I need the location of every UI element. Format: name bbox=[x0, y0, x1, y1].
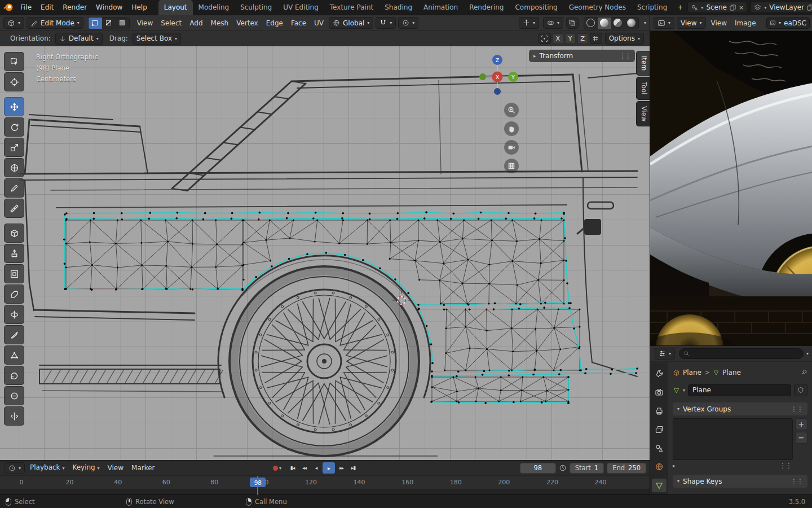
editor-type-button[interactable]: ▾ bbox=[3, 17, 24, 29]
prev-keyframe-button[interactable]: ◂◂ bbox=[299, 462, 310, 474]
menu-view[interactable]: View bbox=[133, 16, 157, 30]
menu-select[interactable]: Select bbox=[157, 16, 186, 30]
properties-search-input[interactable] bbox=[679, 348, 804, 359]
image-mode-selector[interactable]: View ▾ bbox=[677, 17, 706, 29]
axis-x-button[interactable]: X bbox=[553, 33, 563, 44]
viewport-3d[interactable]: Right Orthographic (98) Plane Centimeter… bbox=[0, 46, 650, 460]
auto-key-record-button[interactable] bbox=[273, 466, 278, 471]
tool-move-button[interactable] bbox=[4, 97, 24, 116]
menu-add[interactable]: Add bbox=[186, 16, 206, 30]
menu-keying[interactable]: Keying ▾ bbox=[68, 460, 103, 476]
properties-filter-dropdown-icon[interactable]: ▾ bbox=[806, 351, 809, 356]
tool-extrude-button[interactable] bbox=[4, 244, 24, 263]
breadcrumb-data[interactable]: Plane bbox=[722, 369, 741, 376]
specials-menu-icon[interactable]: ▸ bbox=[673, 463, 676, 468]
timeline-ruler[interactable]: 020406080100120140160180200220240 bbox=[0, 476, 650, 489]
workspace-tab-uv-editing[interactable]: UV Editing bbox=[277, 0, 324, 15]
tool-spin-button[interactable] bbox=[4, 366, 24, 385]
vertex-groups-section-header[interactable]: ▾ Vertex Groups ⋮⋮ bbox=[673, 402, 807, 415]
transform-pivot-icon[interactable] bbox=[539, 33, 551, 44]
n-panel-tab-tool[interactable]: Tool bbox=[636, 77, 650, 99]
menu-uv[interactable]: UV bbox=[310, 16, 328, 30]
menu-mesh[interactable]: Mesh bbox=[207, 16, 233, 30]
tool-box-select-button[interactable] bbox=[4, 52, 24, 71]
play-button[interactable]: ▸ bbox=[323, 462, 335, 474]
menu-help[interactable]: Help bbox=[127, 0, 151, 15]
copy-icon[interactable] bbox=[730, 5, 736, 11]
chevron-down-icon[interactable]: ▾ bbox=[683, 388, 685, 393]
select-mode-face-button[interactable] bbox=[116, 17, 129, 29]
scene-selector[interactable]: ▾ Scene × bbox=[687, 2, 747, 13]
workspace-tab-compositing[interactable]: Compositing bbox=[509, 0, 563, 15]
blender-logo-icon[interactable] bbox=[3, 2, 14, 12]
menu-vertex[interactable]: Vertex bbox=[232, 16, 262, 30]
drag-dropdown[interactable]: Select Box ▾ bbox=[133, 33, 181, 45]
menu-playback[interactable]: Playback ▾ bbox=[26, 460, 68, 476]
transform-orientation-selector[interactable]: Global ▾ bbox=[329, 17, 373, 29]
menu-file[interactable]: File bbox=[16, 0, 36, 15]
workspace-tab-sculpting[interactable]: Sculpting bbox=[235, 0, 277, 15]
menu-edge[interactable]: Edge bbox=[262, 16, 287, 30]
camera-view-icon[interactable] bbox=[504, 140, 519, 155]
breadcrumb-object[interactable]: Plane bbox=[683, 369, 701, 376]
navigation-gizmo[interactable]: Z X Y bbox=[471, 51, 523, 103]
menu-image-view[interactable]: View bbox=[707, 16, 731, 30]
show-gizmo-dropdown[interactable]: ▾ bbox=[519, 17, 539, 29]
options-dropdown[interactable]: Options ▾ bbox=[605, 33, 644, 45]
transform-panel-header[interactable]: ▸ Transform ⋮⋮ bbox=[529, 50, 635, 62]
tool-annotate-button[interactable] bbox=[4, 178, 24, 198]
xray-toggle[interactable] bbox=[566, 17, 579, 29]
unlink-icon[interactable]: × bbox=[739, 5, 744, 11]
copy-icon[interactable] bbox=[807, 5, 812, 11]
workspace-tab-animation[interactable]: Animation bbox=[418, 0, 464, 15]
menu-face[interactable]: Face bbox=[287, 16, 310, 30]
menu-timeline-view[interactable]: View bbox=[104, 461, 127, 475]
timeline-track[interactable] bbox=[0, 489, 650, 494]
workspace-tab-modeling[interactable]: Modeling bbox=[193, 0, 235, 15]
tool-measure-button[interactable] bbox=[4, 199, 24, 218]
select-mode-vertex-button[interactable] bbox=[89, 17, 102, 29]
remove-vertex-group-button[interactable]: − bbox=[795, 432, 807, 444]
fake-user-button[interactable] bbox=[794, 384, 807, 396]
shading-rendered-button[interactable] bbox=[625, 17, 638, 29]
grid-toggle-icon[interactable] bbox=[504, 159, 519, 173]
shading-dropdown-icon[interactable]: ▾ bbox=[644, 20, 646, 25]
shading-wireframe-button[interactable] bbox=[584, 17, 598, 29]
properties-tab-tool[interactable] bbox=[652, 367, 667, 380]
pin-icon[interactable] bbox=[801, 369, 807, 376]
snap-toggle[interactable]: ▾ bbox=[376, 17, 396, 29]
overlays-dropdown[interactable]: ▾ bbox=[543, 17, 563, 29]
panel-grip-icon[interactable]: ⋮⋮ bbox=[619, 52, 630, 60]
n-panel-tab-view[interactable]: View bbox=[636, 101, 650, 126]
start-frame-field[interactable]: Start1 bbox=[570, 463, 604, 474]
shape-keys-section-header[interactable]: ▾ Shape Keys ⋮⋮ bbox=[673, 475, 807, 488]
jump-to-start-button[interactable]: ▮◂ bbox=[287, 462, 298, 474]
viewlayer-selector[interactable]: ▾ ViewLayer × bbox=[751, 2, 812, 13]
tool-rotate-button[interactable] bbox=[4, 117, 24, 137]
current-frame-badge[interactable]: 98 bbox=[250, 478, 266, 487]
tool-inset-button[interactable] bbox=[4, 264, 24, 283]
n-panel-tab-item[interactable]: Item bbox=[636, 51, 650, 76]
current-frame-field[interactable]: 98 bbox=[520, 463, 556, 474]
properties-tab-scene[interactable] bbox=[652, 441, 667, 455]
workspace-tab-layout[interactable]: Layout bbox=[158, 0, 193, 15]
workspace-tab-texture-paint[interactable]: Texture Paint bbox=[324, 0, 379, 15]
add-workspace-button[interactable]: + bbox=[673, 0, 687, 15]
end-frame-field[interactable]: End250 bbox=[607, 463, 646, 474]
proportional-editing-toggle[interactable]: ▾ bbox=[398, 17, 418, 29]
add-vertex-group-button[interactable]: + bbox=[795, 418, 807, 430]
timeline-editor-type-button[interactable]: ▾ bbox=[5, 462, 25, 474]
menu-window[interactable]: Window bbox=[91, 0, 127, 15]
tool-loop-cut-button[interactable] bbox=[4, 305, 24, 324]
vertex-groups-list[interactable] bbox=[673, 418, 793, 460]
tool-knife-button[interactable] bbox=[4, 325, 24, 344]
tool-scale-button[interactable] bbox=[4, 138, 24, 157]
image-editor-type-button[interactable]: ▾ bbox=[654, 17, 674, 29]
tool-add-cube-button[interactable] bbox=[4, 224, 24, 243]
shading-solid-button[interactable] bbox=[598, 17, 611, 29]
resize-grip-icon[interactable]: ⋮⋮ bbox=[779, 462, 792, 470]
workspace-tab-geometry-nodes[interactable]: Geometry Nodes bbox=[563, 0, 632, 15]
axis-z-button[interactable]: Z bbox=[577, 33, 588, 44]
menu-render[interactable]: Render bbox=[58, 0, 91, 15]
properties-tab-view-layer[interactable] bbox=[652, 423, 667, 436]
